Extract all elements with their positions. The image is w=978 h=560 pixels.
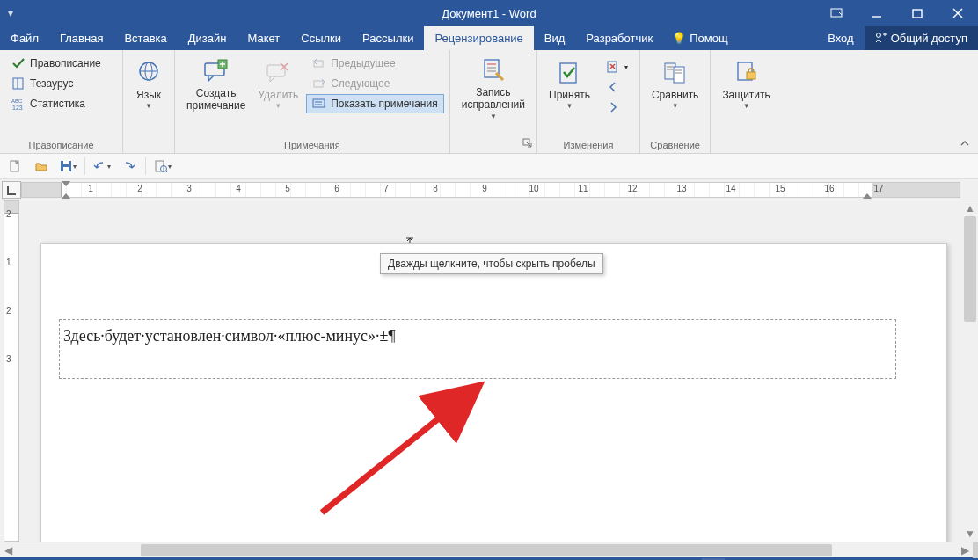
svg-text:123: 123 (12, 105, 23, 111)
hanging-indent-marker[interactable] (62, 193, 70, 199)
accept-button[interactable]: Принять ▼ (543, 54, 596, 115)
tab-developer[interactable]: Разработчик (575, 26, 663, 50)
horizontal-ruler[interactable]: 1234 5678 9101112 13141516 17 (21, 182, 960, 198)
group-label: Примечания (180, 138, 444, 153)
share-button[interactable]: Общий доступ (865, 26, 978, 50)
tab-layout[interactable]: Макет (237, 26, 290, 50)
undo-button[interactable]: ▾ (92, 156, 112, 176)
tab-mailings[interactable]: Рассылки (352, 26, 424, 50)
tab-file[interactable]: Файл (0, 26, 49, 50)
document-body-text[interactable]: Здесь·будет·установлен·символ·«плюс-мину… (60, 320, 895, 353)
tab-review[interactable]: Рецензирование (424, 26, 533, 50)
svg-rect-2 (913, 10, 922, 18)
dropdown-icon: ▼ (672, 102, 679, 110)
compare-icon (661, 59, 690, 87)
thesaurus-button[interactable]: Тезаурус (5, 74, 107, 93)
protect-button[interactable]: Защитить ▼ (716, 54, 776, 115)
next-change-icon (606, 100, 620, 114)
svg-rect-22 (313, 99, 325, 107)
compare-button[interactable]: Сравнить ▼ (646, 54, 704, 115)
tab-references[interactable]: Ссылки (290, 26, 352, 50)
redo-button[interactable] (119, 156, 138, 176)
scroll-right-icon[interactable]: ▶ (957, 542, 973, 558)
stats-button[interactable]: ABC123 Статистика (5, 94, 107, 113)
tab-selector[interactable] (2, 181, 21, 199)
login-button[interactable]: Вход (817, 26, 864, 50)
tab-home[interactable]: Главная (49, 26, 113, 50)
group-comments: Создать примечание Удалить ▼ Предыдущее … (175, 50, 450, 153)
ruler-numbers: 1234 5678 9101112 13141516 17 (66, 184, 960, 193)
tell-me[interactable]: 💡 Помощ (663, 26, 736, 50)
next-comment-icon (312, 76, 326, 91)
new-comment-icon (202, 57, 230, 85)
window-title: Документ1 - Word (442, 7, 536, 20)
group-compare: Сравнить ▼ Сравнение (640, 50, 711, 153)
tab-design[interactable]: Дизайн (178, 26, 237, 50)
svg-text:ABC: ABC (11, 98, 23, 104)
minimize-icon[interactable] (857, 0, 897, 26)
next-change-button[interactable] (600, 98, 634, 117)
dropdown-icon: ▼ (566, 102, 573, 110)
workspace: 2123 Дважды щелкните, чтобы скрыть пробе… (0, 200, 978, 542)
ribbon: Правописание Тезаурус ABC123 Статистика … (0, 50, 978, 154)
delete-comment-button: Удалить ▼ (252, 54, 304, 115)
language-button[interactable]: Язык ▼ (128, 54, 169, 115)
lightbulb-icon: 💡 (672, 32, 686, 45)
previous-comment-button: Предыдущее (306, 54, 444, 73)
svg-line-48 (165, 171, 167, 172)
dropdown-icon: ▼ (274, 102, 281, 110)
text-frame[interactable]: Здесь·будет·установлен·символ·«плюс-мину… (59, 319, 896, 379)
dropdown-icon: ▼ (743, 102, 750, 110)
protect-icon (733, 59, 761, 87)
maximize-icon[interactable] (897, 0, 938, 26)
tab-view[interactable]: Вид (534, 26, 576, 50)
collapse-ribbon-icon[interactable] (957, 137, 973, 149)
group-protect: Защитить ▼ (711, 50, 781, 153)
ribbon-tabs: Файл Главная Вставка Дизайн Макет Ссылки… (0, 26, 978, 50)
page[interactable] (40, 243, 947, 542)
scroll-up-icon[interactable]: ▲ (962, 200, 978, 216)
group-language: Язык ▼ (123, 50, 175, 153)
scroll-down-icon[interactable]: ▼ (962, 526, 978, 542)
hscroll-thumb[interactable] (141, 544, 832, 556)
right-indent-marker[interactable] (863, 193, 872, 199)
reject-icon (606, 60, 620, 74)
svg-point-5 (876, 33, 880, 38)
window-controls (816, 0, 978, 26)
dialog-launcher-icon[interactable] (522, 138, 535, 150)
dropdown-icon: ▼ (145, 102, 152, 110)
reject-button[interactable]: ▾ (600, 57, 634, 76)
scroll-left-icon[interactable]: ◀ (0, 542, 16, 558)
show-comments-icon (312, 97, 326, 111)
horizontal-scrollbar[interactable]: ◀ ▶ (0, 542, 978, 557)
vertical-ruler[interactable]: 2123 (0, 200, 23, 542)
spelling-button[interactable]: Правописание (5, 54, 107, 73)
svg-rect-41 (747, 72, 755, 79)
document-area[interactable]: Дважды щелкните, чтобы скрыть пробелы Зд… (23, 200, 978, 542)
dropdown-icon: ▼ (490, 113, 497, 120)
qat-dropdown-icon[interactable]: ▾ (5, 0, 16, 26)
globe-icon (135, 59, 163, 87)
svg-rect-44 (63, 167, 69, 171)
scroll-thumb[interactable] (964, 216, 976, 322)
new-doc-button[interactable] (5, 156, 25, 176)
ribbon-display-options-icon[interactable] (816, 0, 857, 26)
previous-change-button[interactable] (600, 77, 634, 97)
svg-line-19 (281, 63, 288, 70)
group-proofing: Правописание Тезаурус ABC123 Статистика … (0, 50, 123, 153)
new-comment-button[interactable]: Создать примечание (180, 54, 252, 115)
track-changes-button[interactable]: Запись исправлений ▼ (456, 54, 531, 123)
group-label: Сравнение (646, 138, 704, 153)
vertical-scrollbar[interactable]: ▲ ▼ (962, 200, 978, 542)
open-button[interactable] (32, 156, 51, 176)
track-changes-icon (479, 56, 507, 84)
close-icon[interactable] (938, 0, 978, 26)
preview-button[interactable]: ▾ (153, 156, 172, 176)
group-changes: Принять ▼ ▾ Изменения (537, 50, 640, 153)
share-icon (875, 31, 887, 46)
split-handle[interactable] (973, 542, 978, 558)
save-button[interactable]: ▾ (58, 156, 77, 176)
show-comments-button[interactable]: Показать примечания (306, 94, 444, 113)
previous-comment-icon (312, 56, 326, 70)
tab-insert[interactable]: Вставка (113, 26, 177, 50)
